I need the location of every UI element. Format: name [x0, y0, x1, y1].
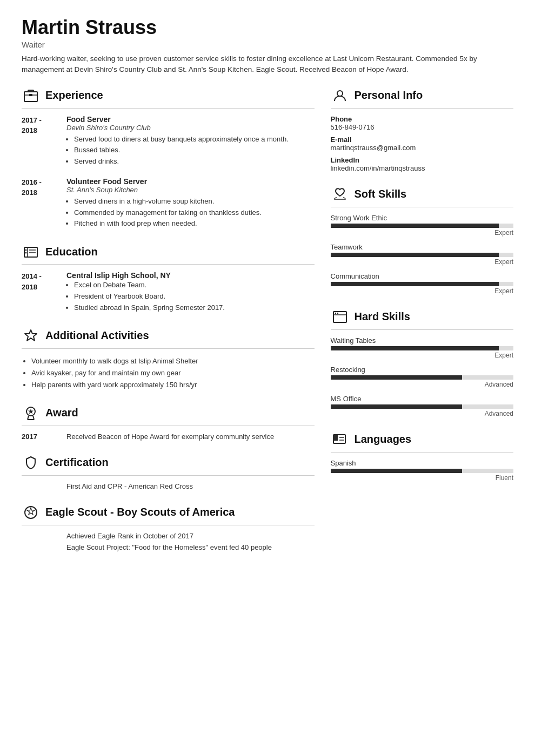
personal-info-section: Personal Info Phone 516-849-0716 E-mail … [331, 86, 513, 172]
entry-content: Central Islip High School, NY Excel on D… [66, 271, 315, 313]
school-name: Central Islip High School, NY [66, 271, 315, 280]
languages-divider [331, 452, 513, 453]
email-value: martinqstrauss@gmail.com [331, 144, 513, 152]
email-label: E-mail [331, 136, 513, 144]
svg-rect-0 [24, 92, 37, 102]
skill-bar-background [331, 375, 513, 380]
skill-level: Expert [331, 287, 513, 295]
certification-header: Certification [22, 454, 315, 472]
eagle-scout-lines: Achieved Eagle Rank in October of 2017Ea… [22, 532, 315, 551]
job-title: Volunteer Food Server [66, 177, 315, 186]
skill-bar-fill [331, 469, 463, 473]
eagle-scout-line: Eagle Scout Project: "Food for the Homel… [22, 543, 315, 551]
resume-header: Martin Strauss Waiter Hard-working waite… [22, 16, 513, 76]
soft-skills-icon [331, 185, 349, 204]
phone-label: Phone [331, 115, 513, 123]
certification-title: Certification [45, 456, 109, 469]
skill-bar-background [331, 282, 513, 286]
hard-skills-title: Hard Skills [355, 310, 410, 323]
entry-bullets: Served food to diners at busy banquets a… [66, 134, 315, 167]
award-entry: 2017 Received Beacon of Hope Award for e… [22, 433, 315, 441]
personal-info-icon [331, 86, 349, 105]
award-divider [22, 426, 315, 426]
entry-content: Food Server Devin Shiro's Country Club S… [66, 115, 315, 167]
svg-line-12 [33, 416, 34, 420]
skill-bar-background [331, 253, 513, 257]
award-year: 2017 [22, 433, 57, 441]
eagle-scout-line: Achieved Eagle Rank in October of 2017 [22, 532, 315, 540]
skill-bar-background [331, 224, 513, 228]
activities-header: Additional Activities [22, 327, 315, 345]
experience-divider [22, 108, 315, 109]
skill-bar-fill [331, 253, 499, 257]
svg-point-17 [337, 91, 343, 96]
soft-skills-header: Soft Skills [331, 185, 513, 204]
activities-list: Volunteer monthly to walk dogs at Islip … [22, 355, 315, 391]
education-title: Education [45, 246, 98, 258]
company-name: St. Ann's Soup Kitchen [66, 186, 315, 194]
award-section: Award 2017 Received Beacon of Hope Award… [22, 404, 315, 441]
skill-level: Advanced [331, 381, 513, 388]
bullet: Excel on Debate Team. [74, 280, 315, 291]
skill-item: Waiting Tables Expert [331, 336, 513, 359]
languages-header: Languages [331, 430, 513, 449]
skill-name: Spanish [331, 459, 513, 467]
activities-icon [22, 327, 40, 345]
svg-rect-25 [333, 435, 338, 440]
svg-marker-14 [28, 409, 34, 414]
skill-name: Restocking [331, 366, 513, 374]
award-title: Award [45, 407, 78, 419]
personal-info-title: Personal Info [355, 89, 423, 102]
education-entries: 2014 -2018 Central Islip High School, NY… [22, 271, 315, 313]
svg-line-11 [28, 416, 29, 420]
skill-bar-background [331, 346, 513, 350]
skill-bar-fill [331, 404, 463, 409]
entry-content: Volunteer Food Server St. Ann's Soup Kit… [66, 177, 315, 230]
svg-point-6 [25, 252, 27, 254]
education-icon [22, 242, 40, 261]
skill-item: MS Office Advanced [331, 395, 513, 417]
right-column: Personal Info Phone 516-849-0716 E-mail … [331, 86, 513, 564]
activity-item: Help parents with yard work approximatel… [31, 379, 315, 391]
skill-item: Communication Expert [331, 272, 513, 295]
resume-columns: Experience 2017 -2018 Food Server Devin … [22, 86, 513, 564]
entry-bullets: Excel on Debate Team.President of Yearbo… [66, 280, 315, 313]
job-title: Food Server [66, 115, 315, 124]
resume-title: Waiter [22, 40, 513, 49]
experience-header: Experience [22, 86, 315, 105]
skill-name: Communication [331, 272, 513, 280]
certification-divider [22, 475, 315, 476]
soft-skills-bars: Strong Work Ethic Expert Teamwork Expert… [331, 214, 513, 295]
svg-point-5 [25, 249, 27, 251]
eagle-scout-icon [22, 503, 40, 522]
skill-name: Strong Work Ethic [331, 214, 513, 222]
linkedin-value: linkedin.com/in/martinqstrauss [331, 164, 513, 172]
hard-skills-section: Hard Skills Waiting Tables Expert Restoc… [331, 308, 513, 417]
hard-skills-icon [331, 308, 349, 326]
personal-info-header: Personal Info [331, 86, 513, 105]
skill-item: Restocking Advanced [331, 366, 513, 388]
languages-section: Languages Spanish Fluent [331, 430, 513, 482]
skill-bar-fill [331, 375, 463, 380]
hard-skills-header: Hard Skills [331, 308, 513, 326]
certification-icon [22, 454, 40, 472]
skill-bar-background [331, 404, 513, 409]
company-name: Devin Shiro's Country Club [66, 124, 315, 132]
bullet: Served drinks. [74, 156, 315, 167]
entry-bullets: Served diners in a high-volume soup kitc… [66, 196, 315, 230]
svg-rect-2 [29, 94, 32, 96]
hard-skills-divider [331, 329, 513, 330]
bullet: Commended by management for taking on th… [74, 207, 315, 219]
svg-point-21 [337, 312, 338, 313]
education-section: Education 2014 -2018 Central Islip High … [22, 242, 315, 313]
certification-section: Certification First Aid and CPR - Americ… [22, 454, 315, 490]
skill-level: Expert [331, 352, 513, 359]
activity-item: Volunteer monthly to walk dogs at Islip … [31, 355, 315, 367]
skill-level: Expert [331, 258, 513, 266]
entry-dates: 2017 -2018 [22, 115, 57, 167]
eagle-scout-divider [22, 525, 315, 525]
soft-skills-section: Soft Skills Strong Work Ethic Expert Tea… [331, 185, 513, 295]
entry-dates: 2014 -2018 [22, 271, 57, 313]
soft-skills-title: Soft Skills [355, 188, 407, 200]
experience-entry: 2017 -2018 Food Server Devin Shiro's Cou… [22, 115, 315, 167]
